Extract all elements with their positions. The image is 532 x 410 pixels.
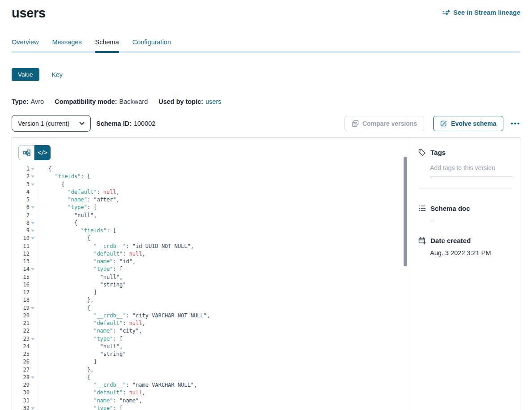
fold-toggle-icon[interactable]	[30, 173, 36, 180]
fold-toggle-icon[interactable]	[30, 304, 36, 312]
tags-heading-label: Tags	[430, 149, 446, 156]
line-number: 1	[12, 165, 30, 173]
value-tab-button[interactable]: Value	[12, 68, 39, 81]
fold-spacer	[30, 188, 36, 196]
fold-toggle-icon[interactable]	[30, 374, 36, 381]
line-number: 24	[12, 343, 30, 350]
code-line: 13 "name": "id",	[12, 258, 411, 265]
tree-view-button[interactable]	[18, 145, 34, 160]
code-line: 5 "name": "after",	[12, 196, 411, 204]
code-line-text: {	[36, 219, 411, 227]
code-line: 27 },	[12, 366, 411, 374]
code-line-text: {	[36, 181, 411, 188]
code-line: 26 ]	[12, 358, 411, 366]
meta-value: Avro	[31, 98, 44, 105]
date-created-section: Date created Aug. 3 2022 3:21 PM	[418, 237, 512, 256]
topic-link[interactable]: users	[205, 98, 221, 105]
key-tab-button[interactable]: Key	[52, 71, 63, 78]
edit-icon	[440, 120, 447, 127]
code-line: 17 ]	[12, 289, 411, 296]
line-number: 27	[12, 366, 30, 374]
fold-toggle-icon[interactable]	[30, 165, 36, 173]
code-line: 18 },	[12, 296, 411, 304]
compare-versions-icon	[352, 120, 359, 127]
fold-toggle-icon[interactable]	[30, 405, 36, 410]
fold-spacer	[30, 389, 36, 397]
tab-messages[interactable]: Messages	[52, 38, 81, 51]
line-number: 30	[12, 389, 30, 397]
line-number: 28	[12, 374, 30, 381]
line-number: 11	[12, 243, 30, 250]
line-number: 5	[12, 196, 30, 204]
more-options-button[interactable]: •••	[511, 121, 520, 126]
code-line-text: "null",	[36, 343, 411, 350]
active-tab-indicator	[95, 51, 119, 53]
code-view-icon: </>	[38, 149, 47, 156]
code-line-text: "__crdb__": "id UUID NOT NULL",	[36, 243, 411, 250]
fold-spacer	[30, 358, 36, 366]
value-key-toggle: Value Key	[12, 68, 520, 81]
fold-spacer	[30, 350, 36, 358]
fold-spacer	[30, 258, 36, 265]
code-line-text: "name": "after",	[36, 196, 411, 204]
line-number: 13	[12, 258, 30, 265]
code-line: 15 "null",	[12, 273, 411, 281]
code-line-text: "name": "id",	[36, 258, 411, 265]
code-line: 10 {	[12, 235, 411, 242]
calendar-plus-icon	[418, 237, 426, 244]
line-number: 15	[12, 273, 30, 281]
fold-toggle-icon[interactable]	[30, 219, 36, 227]
see-in-stream-lineage-link[interactable]: See in Stream lineage	[442, 9, 520, 16]
tab-schema[interactable]: Schema	[95, 38, 119, 51]
fold-toggle-icon[interactable]	[30, 181, 36, 188]
code-line-text: "type": [	[36, 335, 411, 343]
line-number: 16	[12, 281, 30, 289]
tab-overview[interactable]: Overview	[12, 38, 38, 51]
line-number: 9	[12, 227, 30, 235]
code-line-text: "__crdb__": "name VARCHAR NULL",	[36, 381, 411, 389]
code-line: 28 {	[12, 374, 411, 381]
tag-icon	[418, 149, 426, 156]
fold-toggle-icon[interactable]	[30, 227, 36, 235]
code-line: 6 "type": [	[12, 204, 411, 211]
view-mode-toggle: </>	[18, 145, 51, 160]
line-number: 31	[12, 397, 30, 405]
chevron-down-icon	[79, 122, 85, 125]
version-select[interactable]: Version 1 (current)	[12, 115, 91, 132]
fold-spacer	[30, 212, 36, 219]
code-line: 4 "default": null,	[12, 188, 411, 196]
code-line: 19 {	[12, 304, 411, 312]
code-editor-content[interactable]: 1{2 "fields": [3 {4 "default": null,5 "n…	[12, 165, 411, 410]
code-line: 22 "name": "city",	[12, 327, 411, 335]
code-line: 25 "string"	[12, 350, 411, 358]
editor-scrollbar[interactable]	[404, 157, 407, 266]
schema-toolbar: Version 1 (current) Schema ID: 100002 Co…	[12, 115, 520, 132]
tab-underline-track	[12, 51, 520, 53]
code-line-text: "string"	[36, 281, 411, 289]
tab-configuration[interactable]: Configuration	[132, 38, 171, 51]
line-number: 2	[12, 173, 30, 180]
fold-spacer	[30, 381, 36, 389]
code-line: 30 "default": null,	[12, 389, 411, 397]
line-number: 7	[12, 212, 30, 219]
fold-toggle-icon[interactable]	[30, 265, 36, 273]
fold-toggle-icon[interactable]	[30, 204, 36, 211]
fold-spacer	[30, 289, 36, 296]
line-number: 10	[12, 235, 30, 242]
schema-id-label: Schema ID:	[96, 120, 132, 127]
compare-versions-button[interactable]: Compare versions	[345, 116, 424, 131]
fold-spacer	[30, 343, 36, 350]
evolve-schema-button[interactable]: Evolve schema	[433, 116, 503, 131]
fold-toggle-icon[interactable]	[30, 335, 36, 343]
add-tags-input[interactable]	[430, 164, 512, 176]
code-line: 31 "name": "name",	[12, 397, 411, 405]
code-line-text: "name": "name",	[36, 397, 411, 405]
fold-spacer	[30, 397, 36, 405]
schema-editor: </> 1{2 "fields": [3 {4 "default": null,…	[12, 138, 411, 410]
code-line-text: ]	[36, 358, 411, 366]
schema-id-value: 100002	[134, 120, 155, 127]
meta-label: Compatibility mode:	[55, 98, 117, 105]
stream-lineage-label: See in Stream lineage	[453, 9, 520, 16]
code-view-button[interactable]: </>	[34, 145, 51, 160]
fold-toggle-icon[interactable]	[30, 235, 36, 242]
